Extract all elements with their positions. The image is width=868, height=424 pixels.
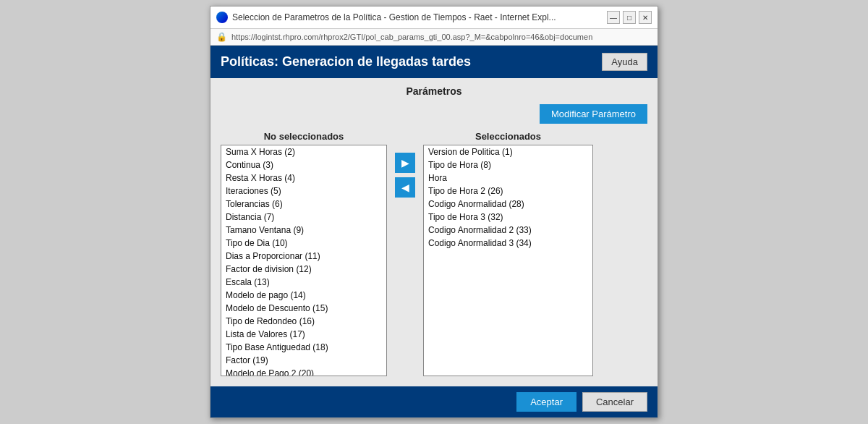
left-list-box[interactable]: Suma X Horas (2)Continua (3)Resta X Hora… <box>221 145 387 376</box>
list-item[interactable]: Tolerancias (6) <box>221 198 386 211</box>
move-right-button[interactable]: ▶ <box>395 153 415 173</box>
list-item[interactable]: Modelo de pago (14) <box>221 289 386 302</box>
list-item[interactable]: Hora <box>424 171 592 185</box>
list-item[interactable]: Version de Politica (1) <box>424 145 592 158</box>
list-item[interactable]: Tipo de Redondeo (16) <box>221 315 386 328</box>
ayuda-button[interactable]: Ayuda <box>602 53 647 71</box>
left-list-col: No seleccionados Suma X Horas (2)Continu… <box>221 131 387 376</box>
list-item[interactable]: Codigo Anormalidad 3 (34) <box>424 237 592 250</box>
list-item[interactable]: Escala (13) <box>221 276 386 289</box>
list-item[interactable]: Tipo de Hora 3 (32) <box>424 211 592 224</box>
page-header: Políticas: Generacion de llegadas tardes… <box>210 46 658 78</box>
move-left-button[interactable]: ◀ <box>395 177 415 198</box>
list-item[interactable]: Codigo Anormalidad 2 (33) <box>424 224 592 237</box>
list-item[interactable]: Modelo de Pago 2 (20) <box>221 367 386 376</box>
address-text: https://logintst.rhpro.com/rhprox2/GTI/p… <box>231 33 592 41</box>
window-title: Seleccion de Parametros de la Política -… <box>232 12 601 22</box>
page-title: Políticas: Generacion de llegadas tardes <box>221 54 471 69</box>
content-area: Parámetros Modificar Parámetro No selecc… <box>210 78 658 386</box>
section-title: Parámetros <box>221 85 647 97</box>
cancelar-button[interactable]: Cancelar <box>582 392 647 412</box>
list-item[interactable]: Tipo de Dia (10) <box>221 237 386 250</box>
list-item[interactable]: Tipo Base Antiguedad (18) <box>221 341 386 354</box>
right-list-box[interactable]: Version de Politica (1)Tipo de Hora (8)H… <box>423 145 593 376</box>
list-item[interactable]: Tipo de Hora 2 (26) <box>424 185 592 198</box>
modificar-row: Modificar Parámetro <box>221 104 647 124</box>
list-item[interactable]: Lista de Valores (17) <box>221 328 386 341</box>
modificar-parametro-button[interactable]: Modificar Parámetro <box>540 104 647 124</box>
minimize-button[interactable]: — <box>607 11 620 24</box>
aceptar-button[interactable]: Aceptar <box>516 392 576 412</box>
list-item[interactable]: Iteraciones (5) <box>221 185 386 198</box>
list-item[interactable]: Suma X Horas (2) <box>221 145 386 158</box>
list-item[interactable]: Codigo Anormalidad (28) <box>424 198 592 211</box>
window-controls: — □ ✕ <box>607 11 652 24</box>
list-item[interactable]: Factor de division (12) <box>221 263 386 276</box>
list-item[interactable]: Tipo de Hora (8) <box>424 158 592 171</box>
list-item[interactable]: Resta X Horas (4) <box>221 171 386 185</box>
list-item[interactable]: Distancia (7) <box>221 211 386 224</box>
list-item[interactable]: Tamano Ventana (9) <box>221 224 386 237</box>
list-item[interactable]: Continua (3) <box>221 158 386 171</box>
footer: Aceptar Cancelar <box>210 386 658 417</box>
main-window: Seleccion de Parametros de la Política -… <box>210 6 658 418</box>
lock-icon: 🔒 <box>216 32 227 42</box>
lists-area: No seleccionados Suma X Horas (2)Continu… <box>221 131 647 376</box>
right-list-col: Seleccionados Version de Politica (1)Tip… <box>423 131 593 376</box>
restore-button[interactable]: □ <box>623 11 636 24</box>
list-item[interactable]: Dias a Proporcionar (11) <box>221 250 386 263</box>
browser-icon <box>216 12 228 23</box>
list-item[interactable]: Factor (19) <box>221 354 386 367</box>
right-list-label: Seleccionados <box>423 131 593 142</box>
title-bar: Seleccion de Parametros de la Política -… <box>210 7 658 29</box>
arrow-col: ▶ ◀ <box>387 131 423 198</box>
list-item[interactable]: Modelo de Descuento (15) <box>221 302 386 315</box>
address-bar: 🔒 https://logintst.rhpro.com/rhprox2/GTI… <box>210 29 658 46</box>
left-list-label: No seleccionados <box>221 131 387 142</box>
close-button[interactable]: ✕ <box>639 11 652 24</box>
